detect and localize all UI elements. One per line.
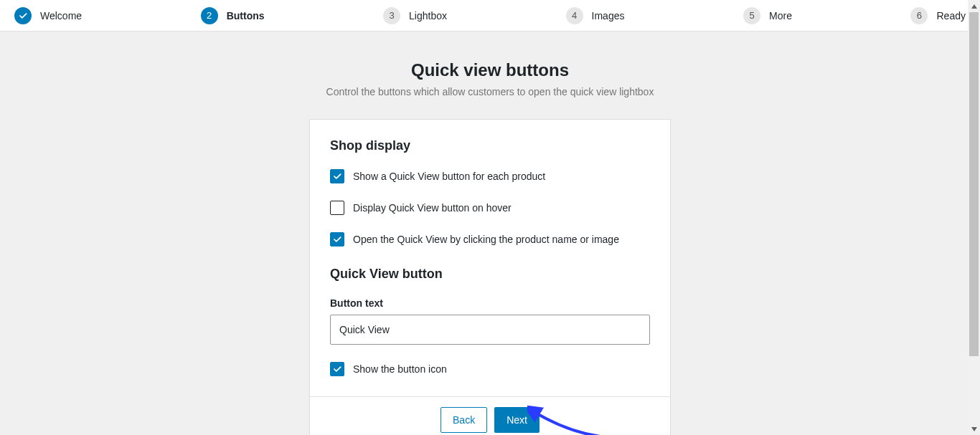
page-title: Quick view buttons (0, 60, 980, 80)
option-show-on-hover: Display Quick View button on hover (330, 201, 650, 215)
checkbox-label[interactable]: Display Quick View button on hover (353, 202, 512, 214)
step-more[interactable]: 5 More (743, 7, 792, 24)
section-title-shop-display: Shop display (330, 138, 650, 153)
step-number: 2 (201, 7, 218, 24)
scroll-track[interactable] (968, 12, 980, 423)
step-ready[interactable]: 6 Ready (910, 7, 965, 24)
wizard-stepper: Welcome 2 Buttons 3 Lightbox 4 Images 5 … (0, 0, 980, 32)
step-number: 6 (910, 7, 928, 24)
check-icon (14, 7, 32, 24)
section-title-qv-button: Quick View button (330, 267, 650, 282)
scroll-up-icon[interactable] (968, 0, 980, 12)
step-buttons[interactable]: 2 Buttons (201, 7, 265, 24)
checkbox-label[interactable]: Open the Quick View by clicking the prod… (353, 234, 619, 245)
option-open-by-click: Open the Quick View by clicking the prod… (330, 232, 650, 247)
option-show-icon: Show the button icon (330, 362, 650, 376)
step-number: 4 (566, 7, 583, 24)
step-label: Buttons (227, 10, 265, 21)
checkbox-show-button[interactable] (330, 169, 344, 183)
step-welcome[interactable]: Welcome (14, 7, 82, 24)
step-label: Welcome (40, 10, 82, 21)
step-number: 3 (383, 7, 400, 24)
back-button[interactable]: Back (440, 407, 487, 433)
checkbox-show-on-hover[interactable] (330, 201, 344, 215)
page-subtitle: Control the buttons which allow customer… (0, 86, 980, 97)
scroll-down-icon[interactable] (968, 423, 980, 435)
step-lightbox[interactable]: 3 Lightbox (383, 7, 447, 24)
step-images[interactable]: 4 Images (566, 7, 625, 24)
checkbox-label[interactable]: Show the button icon (353, 363, 447, 375)
scroll-thumb[interactable] (969, 12, 979, 356)
checkbox-label[interactable]: Show a Quick View button for each produc… (353, 171, 545, 182)
step-label: More (769, 10, 792, 21)
option-show-button: Show a Quick View button for each produc… (330, 169, 650, 183)
button-text-label: Button text (330, 297, 650, 309)
next-button[interactable]: Next (494, 407, 540, 433)
settings-card: Shop display Show a Quick View button fo… (309, 119, 671, 435)
step-label: Images (592, 10, 625, 21)
checkbox-show-icon[interactable] (330, 362, 344, 376)
scrollbar[interactable] (968, 0, 980, 435)
checkbox-open-by-click[interactable] (330, 232, 344, 247)
page-header: Quick view buttons Control the buttons w… (0, 60, 980, 97)
step-label: Ready (936, 10, 965, 21)
step-label: Lightbox (409, 10, 447, 21)
step-number: 5 (743, 7, 760, 24)
button-text-input[interactable] (330, 315, 650, 345)
card-footer: Back Next (310, 396, 670, 435)
